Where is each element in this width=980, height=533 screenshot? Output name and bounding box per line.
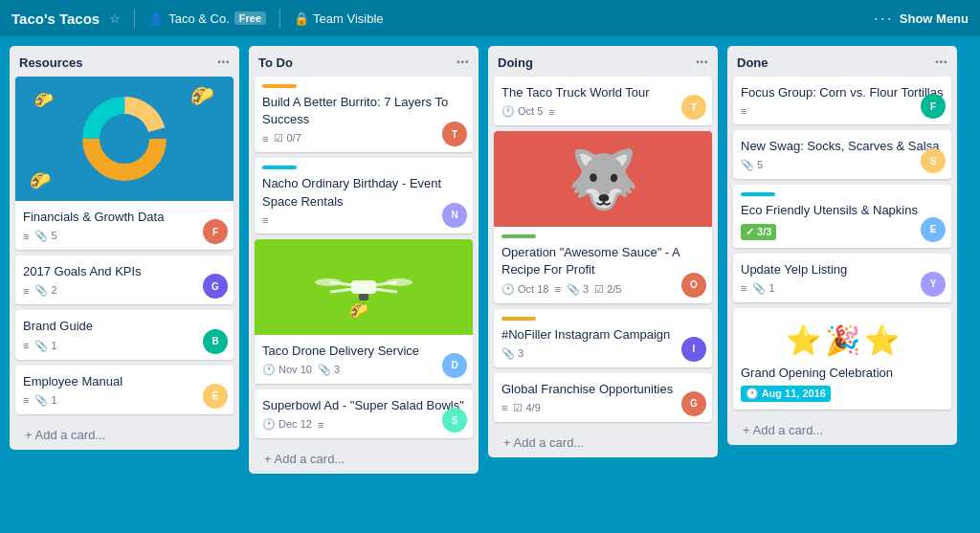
card-nofiller-avatar: I — [681, 337, 706, 362]
card-truck-meta: 🕐 Oct 5 ≡ — [501, 105, 704, 118]
meta-checklist: ☑ 2/5 — [594, 283, 621, 296]
card-goals-title: 2017 Goals And KPIs — [23, 263, 226, 280]
svg-text:🌮: 🌮 — [349, 301, 368, 320]
card-drone[interactable]: 🌮 Taco Drone Delivery Service 🕐 Nov 10 📎… — [255, 239, 473, 384]
show-menu-button[interactable]: Show Menu — [900, 11, 969, 26]
card-focusgroup-meta: ≡ — [741, 105, 944, 117]
card-awesome[interactable]: 🐺 Operation "Awesome Sauce" - A Recipe F… — [494, 131, 712, 302]
meta-count: 📎 3 — [501, 347, 523, 360]
grand-badge: 🕐 Aug 11, 2016 — [741, 386, 831, 402]
column-menu-icon[interactable]: ··· — [217, 54, 230, 71]
card-eco-meta: ✓ 3/3 — [741, 224, 944, 240]
divider — [134, 9, 135, 28]
column-doing: Doing ··· The Taco Truck World Tour 🕐 Oc… — [488, 46, 718, 457]
meta-count: 📎 1 — [752, 282, 774, 295]
card-brand[interactable]: Brand Guide ≡ 📎 1 B — [15, 310, 234, 359]
card-yelp[interactable]: Update Yelp Listing ≡ 📎 1 Y — [733, 254, 951, 302]
card-eco[interactable]: Eco Friendly Utensils & Napkins ✓ 3/3 E — [733, 185, 951, 247]
card-employee-title: Employee Manual — [23, 373, 226, 390]
card-brand-avatar: B — [203, 329, 228, 354]
doing-cards: The Taco Truck World Tour 🕐 Oct 5 ≡ T 🐺 … — [488, 77, 718, 428]
card-goals[interactable]: 2017 Goals And KPIs ≡ 📎 2 G — [15, 255, 234, 304]
meta-paperclip: 📎 1 — [34, 394, 56, 407]
card-swag-meta: 📎 5 — [741, 159, 944, 171]
meta-count: 📎 5 — [741, 159, 763, 171]
card-eco-avatar: E — [921, 217, 946, 242]
card-superbowl[interactable]: Superbowl Ad - "Super Salad Bowls" 🕐 Dec… — [255, 389, 473, 438]
card-awesome-avatar: O — [681, 273, 706, 298]
star-icon[interactable]: ☆ — [109, 11, 121, 26]
card-nofiller-meta: 📎 3 — [501, 347, 704, 360]
card-drone-meta: 🕐 Nov 10 📎 3 — [262, 364, 465, 376]
meta-lines: ≡ — [741, 105, 746, 117]
card-employee-avatar: E — [203, 384, 228, 409]
column-todo-menu[interactable]: ··· — [457, 54, 469, 71]
card-truck[interactable]: The Taco Truck World Tour 🕐 Oct 5 ≡ T — [494, 77, 712, 125]
card-superbowl-avatar: S — [442, 408, 467, 433]
meta-paperclip: 📎 1 — [34, 340, 56, 352]
meta-lines: ≡ — [262, 133, 268, 144]
meta-lines: ≡ — [554, 283, 560, 295]
donut-chart — [77, 91, 172, 187]
column-done-menu[interactable]: ··· — [935, 54, 947, 71]
doing-add-card[interactable]: + Add a card... — [494, 430, 712, 455]
drone-image: 🌮 — [311, 254, 416, 321]
card-goals-meta: ≡ 📎 2 — [23, 284, 226, 297]
column-todo-title: To Do — [258, 56, 293, 70]
card-burrito[interactable]: Build A Better Burrito: 7 Layers To Succ… — [255, 77, 473, 152]
column-done-header: Done ··· — [727, 46, 957, 77]
meta-lines: ≡ — [548, 106, 554, 118]
meta-date: 🕐 Dec 12 — [262, 418, 312, 431]
card-yelp-title: Update Yelp Listing — [741, 261, 944, 278]
meta-checklist: ☑ 0/7 — [274, 132, 301, 144]
meta-lines: ≡ — [318, 419, 323, 431]
column-resources-header: Resources ··· — [10, 46, 239, 77]
card-financials[interactable]: 🌮 🌮 🌮 Financials & Growth Data ≡ 📎 5 F — [15, 77, 234, 250]
column-todo-header: To Do ··· — [249, 46, 479, 77]
todo-add-card[interactable]: + Add a card... — [255, 446, 473, 472]
card-superbowl-title: Superbowl Ad - "Super Salad Bowls" — [262, 397, 465, 414]
card-burrito-meta: ≡ ☑ 0/7 — [262, 132, 465, 144]
card-grand-meta: 🕐 Aug 11, 2016 — [741, 386, 944, 402]
meta-date: 🕐 Oct 18 — [501, 283, 548, 296]
free-badge: Free — [234, 11, 266, 25]
topnav: Taco's Tacos ☆ 👤 Taco & Co. Free 🔒 Team … — [0, 0, 980, 36]
column-resources-title: Resources — [19, 56, 82, 70]
card-swag[interactable]: New Swag: Socks, Scarves & Salsa 📎 5 S — [733, 130, 951, 179]
column-doing-title: Doing — [498, 56, 533, 70]
column-todo: To Do ··· Build A Better Burrito: 7 Laye… — [249, 46, 479, 474]
card-superbowl-meta: 🕐 Dec 12 ≡ — [262, 418, 465, 431]
visibility-info: 🔒 Team Visible — [294, 11, 383, 26]
card-brand-meta: ≡ 📎 1 — [23, 340, 226, 352]
more-dots[interactable]: ··· — [874, 9, 894, 29]
column-done-title: Done — [737, 56, 768, 70]
card-nacho-avatar: N — [442, 203, 467, 228]
resources-cards: 🌮 🌮 🌮 Financials & Growth Data ≡ 📎 5 F 2… — [10, 77, 239, 420]
card-focusgroup[interactable]: Focus Group: Corn vs. Flour Tortillas ≡ … — [733, 77, 951, 124]
card-financials-title: Financials & Growth Data — [23, 209, 226, 226]
card-nacho[interactable]: Nacho Ordinary Birthday - Event Space Re… — [255, 158, 473, 233]
card-grand[interactable]: ⭐ 🎉 ⭐ Grand Opening Celebration 🕐 Aug 11… — [733, 308, 951, 410]
card-eco-title: Eco Friendly Utensils & Napkins — [741, 202, 944, 219]
meta-paperclip: 📎 2 — [34, 284, 56, 297]
meta-date: 🕐 Oct 5 — [501, 105, 543, 118]
done-add-card[interactable]: + Add a card... — [733, 417, 951, 443]
label-burrito — [262, 84, 297, 88]
card-focusgroup-title: Focus Group: Corn vs. Flour Tortillas — [741, 84, 944, 101]
card-nofiller[interactable]: #NoFiller Instagram Campaign 📎 3 I — [494, 309, 712, 367]
card-financials-meta: ≡ 📎 5 — [23, 230, 226, 242]
resources-add-card[interactable]: + Add a card... — [15, 422, 234, 448]
card-drone-avatar: D — [442, 353, 467, 378]
card-financials-avatar: F — [203, 219, 228, 244]
board-title[interactable]: Taco's Tacos — [11, 11, 100, 27]
card-nofiller-title: #NoFiller Instagram Campaign — [501, 326, 704, 344]
column-done: Done ··· Focus Group: Corn vs. Flour Tor… — [727, 46, 957, 445]
card-global-title: Global Franchise Opportunities — [501, 381, 704, 398]
card-yelp-meta: ≡ 📎 1 — [741, 282, 944, 295]
meta-lines: ≡ — [23, 285, 29, 297]
card-global[interactable]: Global Franchise Opportunities ≡ ☑ 4/9 G — [494, 373, 712, 422]
column-doing-menu[interactable]: ··· — [696, 54, 708, 71]
card-awesome-title: Operation "Awesome Sauce" - A Recipe For… — [501, 244, 704, 278]
card-employee[interactable]: Employee Manual ≡ 📎 1 E — [15, 366, 234, 414]
lock-icon: 🔒 — [294, 11, 309, 26]
